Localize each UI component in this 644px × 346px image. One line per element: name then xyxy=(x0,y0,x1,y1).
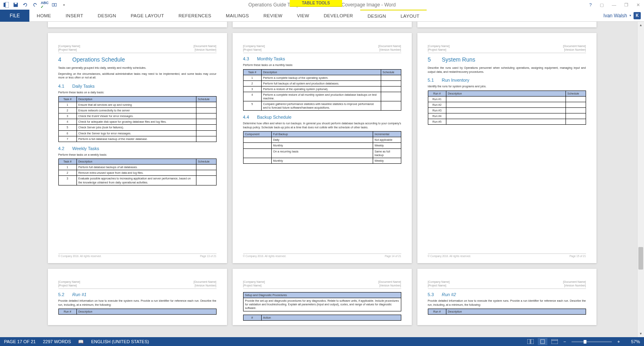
print-layout-icon[interactable] xyxy=(538,338,547,345)
tab-references[interactable]: REFERENCES xyxy=(171,10,219,22)
heading-2: 5.3Run #2 xyxy=(428,292,586,297)
help-icon[interactable]: ? xyxy=(587,2,594,8)
svg-rect-6 xyxy=(527,339,530,344)
daily-tasks-table[interactable]: Task #DescriptionSchedule 1Ensure that a… xyxy=(58,96,217,142)
backup-schedule-table[interactable]: ComponentFull BackupIncremental DailyNot… xyxy=(243,131,401,164)
status-bar: PAGE 17 OF 21 2297 WORDS 📖 ENGLISH (UNIT… xyxy=(0,337,644,346)
language-indicator[interactable]: ENGLISH (UNITED STATES) xyxy=(91,339,149,344)
spellcheck-icon[interactable]: ABC✓ xyxy=(40,1,49,9)
svg-rect-9 xyxy=(551,339,558,344)
diagnostic-box[interactable]: Setup and Diagnostic Procedures Provide … xyxy=(243,292,401,311)
user-avatar: K xyxy=(634,12,641,19)
touch-mode-icon[interactable] xyxy=(50,1,59,9)
zoom-slider[interactable] xyxy=(572,341,612,342)
body-text: Perform these tasks on a weekly basis: xyxy=(58,153,217,157)
ribbon-display-icon[interactable]: ▢ xyxy=(597,2,606,8)
title-bar: ABC✓ ▾ Operations Guide Template - Blue … xyxy=(0,0,644,10)
tab-design[interactable]: DESIGN xyxy=(91,10,124,22)
user-name: Ivan Walsh xyxy=(603,13,627,19)
tab-review[interactable]: REVIEW xyxy=(256,10,289,22)
web-layout-icon[interactable] xyxy=(550,338,559,345)
page-footer: © Company 2016. All rights reserved.Page… xyxy=(428,253,586,257)
page-header: [Company Name][Project Name] [Document N… xyxy=(428,280,586,289)
table-tools-contextual: TABLE TOOLS xyxy=(290,0,342,7)
document-page: [Company Name][Project Name] [Document N… xyxy=(233,33,412,263)
word-count[interactable]: 2297 WORDS xyxy=(43,339,71,344)
scroll-thumb[interactable] xyxy=(638,247,643,270)
tab-table-design[interactable]: DESIGN xyxy=(360,10,393,22)
tab-table-layout[interactable]: LAYOUT xyxy=(393,10,427,22)
svg-rect-4 xyxy=(52,4,54,6)
weekly-tasks-table[interactable]: Task #DescriptionSchedule 1Perform full … xyxy=(58,159,217,185)
heading-2: 5.1Run Inventory xyxy=(428,78,586,82)
document-page: [Company Name][Project Name] [Document N… xyxy=(417,33,597,263)
heading-2: 4.4Backup Schedule xyxy=(243,115,401,119)
run-table[interactable]: Run #Description xyxy=(428,309,586,315)
body-text: Determine how often and when to run back… xyxy=(243,122,401,129)
svg-rect-5 xyxy=(55,4,56,6)
page-footer: © Company 2016. All rights reserved.Page… xyxy=(243,253,401,257)
zoom-in-button[interactable]: + xyxy=(616,339,621,344)
tab-page-layout[interactable]: PAGE LAYOUT xyxy=(124,10,171,22)
word-icon[interactable] xyxy=(2,1,10,9)
monthly-tasks-table[interactable]: Task #DescriptionSchedule 1Perform a com… xyxy=(243,69,401,111)
heading-2: 4.2Weekly Tasks xyxy=(58,146,217,151)
zoom-level[interactable]: 57% xyxy=(624,339,640,344)
document-page: [Company Name][Project Name] [Document N… xyxy=(48,33,227,263)
run-table[interactable]: Run #Description xyxy=(58,309,217,315)
body-text: Perform these tasks on a daily basis: xyxy=(58,91,217,94)
tab-developer[interactable]: DEVELOPER xyxy=(316,10,360,22)
page-header: [Company Name][Project Name] [Document N… xyxy=(428,44,586,53)
file-tab[interactable]: FILE xyxy=(0,10,29,22)
user-area[interactable]: Ivan Walsh ▾ K xyxy=(603,12,641,19)
page-header: [Company Name][Project Name] [Document N… xyxy=(243,44,401,53)
body-text: Depending on the circumstances, addition… xyxy=(58,72,217,80)
document-area[interactable]: [Company Name][Project Name] [Document N… xyxy=(0,22,644,337)
vertical-scrollbar[interactable]: ▲ ▼ xyxy=(637,22,644,337)
run-inventory-table[interactable]: Run #DescriptionSchedule Run #1Run #2Run… xyxy=(428,91,586,125)
page-stub xyxy=(233,22,412,27)
tab-view[interactable]: VIEW xyxy=(290,10,317,22)
body-text: Provide detailed information on how to e… xyxy=(58,299,217,307)
heading-2: 4.3Monthly Tasks xyxy=(243,56,401,61)
undo-icon[interactable] xyxy=(21,1,30,9)
redo-icon[interactable] xyxy=(31,1,39,9)
body-text: Describe the runs used by Operations per… xyxy=(428,66,586,74)
page-header: [Company Name][Project Name] [Document N… xyxy=(58,280,217,289)
window-controls: ? ▢ — ❐ ✕ xyxy=(587,2,642,8)
maximize-icon[interactable]: ❐ xyxy=(622,2,631,8)
quick-access-toolbar: ABC✓ ▾ xyxy=(0,1,68,9)
heading-2: 5.2Run #1 xyxy=(58,292,217,297)
page-header: [Company Name][Project Name] [Document N… xyxy=(243,280,401,289)
tab-insert[interactable]: INSERT xyxy=(58,10,91,22)
qat-customize-icon[interactable]: ▾ xyxy=(60,1,68,9)
body-text: Perform these tasks on a monthly basis: xyxy=(243,63,401,67)
page-stub xyxy=(417,22,597,27)
page-header: [Company Name][Project Name] [Document N… xyxy=(58,44,217,53)
close-icon[interactable]: ✕ xyxy=(634,2,642,8)
svg-rect-3 xyxy=(14,3,17,4)
body-text: Identify the runs for system programs an… xyxy=(428,84,586,88)
tab-mailings[interactable]: MAILINGS xyxy=(219,10,256,22)
heading-2: 4.1Daily Tasks xyxy=(58,84,217,89)
minimize-icon[interactable]: — xyxy=(609,2,619,8)
proofing-icon[interactable]: 📖 xyxy=(78,339,84,344)
scroll-down-icon[interactable]: ▼ xyxy=(638,330,644,337)
document-page: [Company Name][Project Name] [Document N… xyxy=(233,269,412,325)
zoom-out-button[interactable]: − xyxy=(562,339,568,344)
body-text: Tasks can generally grouped into daily, … xyxy=(58,66,217,70)
action-table[interactable]: #Action xyxy=(243,315,401,321)
save-icon[interactable] xyxy=(11,1,20,9)
scroll-up-icon[interactable]: ▲ xyxy=(638,22,644,29)
document-page: [Company Name][Project Name] [Document N… xyxy=(417,269,597,325)
body-text: Provide detailed information on how to e… xyxy=(428,299,586,307)
read-mode-icon[interactable] xyxy=(526,338,535,345)
page-stub xyxy=(48,22,227,27)
svg-rect-8 xyxy=(541,340,545,344)
page-footer: © Company 2016. All rights reserved.Page… xyxy=(58,253,217,257)
svg-rect-7 xyxy=(531,339,534,344)
page-indicator[interactable]: PAGE 17 OF 21 xyxy=(4,339,36,344)
tab-home[interactable]: HOME xyxy=(29,10,58,22)
document-page: [Company Name][Project Name] [Document N… xyxy=(48,269,227,325)
ribbon: FILE HOME INSERT DESIGN PAGE LAYOUT REFE… xyxy=(0,10,644,22)
